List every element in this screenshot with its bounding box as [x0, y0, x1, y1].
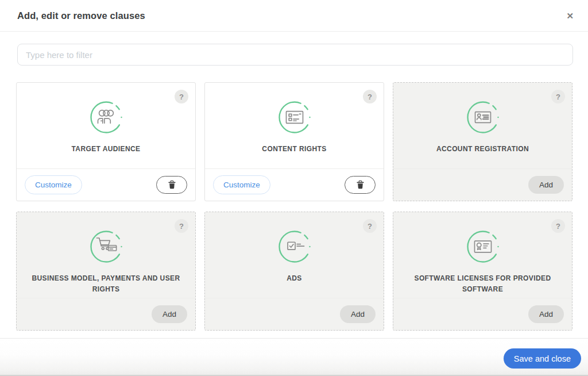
save-and-close-button[interactable]: Save and close — [504, 348, 581, 369]
card-title: ACCOUNT REGISTRATION — [393, 144, 572, 155]
customize-button[interactable]: Customize — [213, 175, 270, 194]
card-footer: Add — [393, 168, 572, 201]
filter-input[interactable] — [17, 44, 573, 66]
clauses-modal: Add, edit or remove clauses ✕ ? — [0, 0, 588, 376]
card-ads: ? ADS Add — [204, 212, 384, 331]
card-footer: Customize — [17, 168, 195, 201]
add-button[interactable]: Add — [528, 305, 564, 323]
card-business-model: ? BUSINESS MODEL, PAYMENTS AND USER RIGH… — [16, 212, 196, 331]
card-software-licenses: ? SOFTWARE LICENSES FOR PROVIDED SOFTWAR… — [393, 212, 572, 331]
card-content-rights: ? CONTENT RIGHTS Customize — [204, 82, 384, 201]
card-target-audience: ? TARGET AUDIENCE Customize — [16, 82, 196, 201]
ads-icon — [278, 230, 311, 263]
help-icon[interactable]: ? — [363, 219, 377, 233]
add-button[interactable]: Add — [528, 176, 564, 194]
account-registration-icon — [466, 101, 500, 134]
card-title: SOFTWARE LICENSES FOR PROVIDED SOFTWARE — [393, 273, 572, 294]
help-icon[interactable]: ? — [551, 90, 565, 103]
card-footer: Add — [393, 298, 572, 330]
target-audience-icon — [90, 101, 123, 134]
card-title: ADS — [205, 273, 384, 284]
trash-icon — [168, 181, 176, 189]
trash-icon — [357, 181, 364, 189]
delete-button[interactable] — [345, 176, 376, 194]
content-rights-icon — [278, 101, 311, 134]
card-footer: Add — [17, 298, 195, 330]
delete-button[interactable] — [156, 176, 187, 194]
filter-row — [0, 32, 588, 66]
help-icon[interactable]: ? — [175, 90, 188, 103]
card-account-registration: ? ACCOUNT REGISTRATION Add — [393, 82, 572, 201]
card-title: TARGET AUDIENCE — [17, 144, 195, 155]
close-icon[interactable]: ✕ — [564, 9, 576, 22]
customize-button[interactable]: Customize — [25, 175, 82, 194]
modal-footer: Save and close — [0, 338, 588, 376]
card-title: BUSINESS MODEL, PAYMENTS AND USER RIGHTS — [17, 273, 195, 294]
card-footer: Add — [205, 298, 384, 330]
software-license-icon — [466, 230, 500, 263]
add-button[interactable]: Add — [152, 305, 187, 323]
modal-title: Add, edit or remove clauses — [17, 10, 145, 21]
add-button[interactable]: Add — [340, 305, 376, 323]
card-title: CONTENT RIGHTS — [205, 144, 384, 155]
modal-header: Add, edit or remove clauses ✕ — [0, 0, 588, 32]
help-icon[interactable]: ? — [175, 219, 188, 233]
card-footer: Customize — [205, 168, 384, 201]
clause-cards-grid: ? TARGET AUDIENCE Customize — [16, 82, 572, 331]
help-icon[interactable]: ? — [551, 219, 565, 233]
business-model-icon — [90, 230, 123, 263]
help-icon[interactable]: ? — [363, 90, 377, 103]
